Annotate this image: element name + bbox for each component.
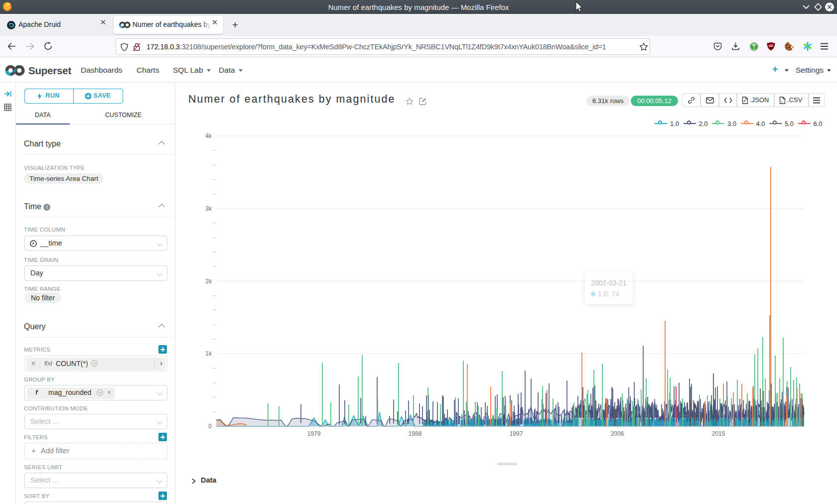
svg-text:uO: uO — [769, 44, 773, 47]
svg-text:2k: 2k — [205, 278, 212, 285]
svg-text:2015: 2015 — [712, 430, 725, 437]
svg-text:1997: 1997 — [510, 430, 523, 437]
svg-text:4k: 4k — [205, 132, 212, 139]
svg-text:1988: 1988 — [409, 430, 422, 437]
svg-text:1979: 1979 — [307, 430, 321, 437]
svg-text:1k: 1k — [205, 350, 212, 357]
svg-text:3k: 3k — [205, 205, 212, 212]
svg-text:2006: 2006 — [611, 430, 624, 437]
svg-text:0: 0 — [208, 423, 212, 430]
